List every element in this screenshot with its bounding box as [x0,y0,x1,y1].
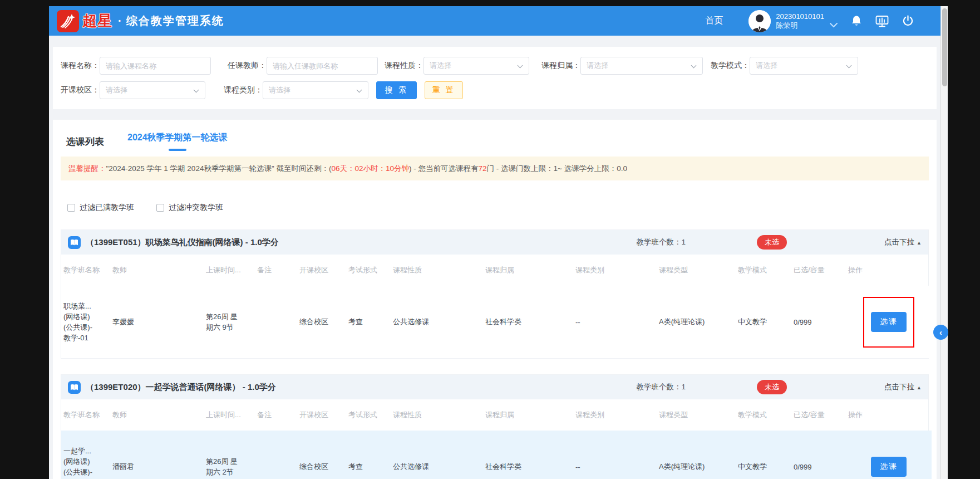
notice-course-count: 72 [479,164,487,173]
course-nature-select[interactable]: 请选择 [423,57,529,75]
filter-course-name: 课程名称： [61,57,211,75]
course-card-1399ET051: （1399ET051）职场菜鸟礼仪指南(网络课) - 1.0学分 教学班个数：1… [61,229,929,359]
course-card-header[interactable]: （1399ET051）职场菜鸟礼仪指南(网络课) - 1.0学分 教学班个数：1… [61,230,928,255]
scrollbar-thumb[interactable] [942,8,947,86]
select-course-button[interactable]: 选课 [871,457,907,477]
book-icon [68,381,81,394]
chevron-down-icon [194,87,199,93]
class-capacity: 0/999 [791,286,846,358]
class-attribution: 社会科学类 [483,431,573,479]
tab-round-1-label: 2024秋季学期第一轮选课 [127,132,228,149]
class-mode: 中文教学 [736,431,791,479]
course-category-value: 请选择 [269,85,290,95]
course-attribution-label: 课程归属： [541,61,580,71]
class-remark [255,286,297,358]
filter-full-label: 过滤已满教学班 [80,203,134,213]
class-campus: 综合校区 [297,286,346,358]
sidebar-collapse-toggle[interactable]: ‹ [933,325,948,340]
user-info[interactable]: 202301010101 陈荣明 [776,12,824,30]
chevron-down-icon[interactable] [830,20,838,30]
teacher-input[interactable] [267,57,378,75]
course-attribution-value: 请选择 [587,61,608,71]
system-title: 综合教学管理系统 [126,13,224,28]
notice-part1: "2024-2025 学年 1 学期 2024秋季学期第一轮选课" 截至时间还剩… [106,164,332,174]
course-attribution-select[interactable]: 请选择 [580,57,703,75]
filter-full-checkbox[interactable] [67,204,75,212]
course-category-select[interactable]: 请选择 [263,81,368,99]
list-title: 选课列表 [66,135,104,148]
class-category: -- [573,286,657,358]
class-teacher: 李媛媛 [110,286,204,358]
course-category-label: 课程类别： [224,85,263,95]
select-course-button[interactable]: 选课 [871,312,907,332]
filter-row-1: 课程名称： 任课教师： 课程性质： 请选择 课程归属： 请选择 [61,57,929,75]
reset-button[interactable]: 重 置 [425,81,463,99]
course-name-label: 课程名称： [61,61,100,71]
course-list-panel: 选课列表 2024秋季学期第一轮选课 温馨提醒： "2024-2025 学年 1… [53,120,937,479]
campus-select[interactable]: 请选择 [100,81,205,99]
notice-part3: 门 - 选课门数上限：1~ 选课学分上限：0.0 [487,164,627,174]
class-row: 职场菜... (网络课) (公共课)- 教学-01 李媛媛 第26周 星 期六 … [61,286,932,358]
chaoxing-logo-icon [57,10,79,32]
teaching-mode-select[interactable]: 请选择 [750,57,858,75]
teaching-mode-value: 请选择 [756,61,777,71]
class-type: A类(纯理论课) [657,431,736,479]
teaching-mode-label: 教学模式： [711,61,750,71]
collapse-toggle[interactable]: 点击下拉▲ [884,382,922,392]
app-header: 超星 · 综合教学管理系统 首页 202301010101 陈荣明 [49,6,940,36]
screen-share-icon[interactable] [875,15,889,27]
status-badge: 未选 [757,235,787,250]
filter-teaching-mode: 教学模式： 请选择 [711,57,858,75]
filter-course-nature: 课程性质： 请选择 [385,57,529,75]
chevron-down-icon [691,63,697,69]
page-scrollbar[interactable] [940,6,948,479]
class-time[interactable]: 第26周 星 期六 2节 [204,431,255,479]
bell-icon[interactable] [851,15,862,27]
chevron-down-icon [518,63,523,69]
logo-brand-text: 超星 [82,11,112,31]
class-name: 一起学... (网络课) (公共课)- 教学-01 [61,431,110,479]
collapse-toggle[interactable]: 点击下拉▲ [884,237,922,247]
class-table: 教学班名称教师 上课时间...备注 开课校区考试形式 课程性质课程归属 课程类别… [61,399,932,479]
user-avatar[interactable] [748,10,771,32]
filter-teacher: 任课教师： [228,57,378,75]
filter-course-category: 课程类别： 请选择 [224,81,368,99]
browser-page: 超星 · 综合教学管理系统 首页 202301010101 陈荣明 [49,0,940,479]
class-campus: 综合校区 [297,431,346,479]
notice-prefix: 温馨提醒： [68,164,106,174]
class-count: 教学班个数：1 [637,382,686,392]
book-icon [68,236,81,249]
notice-banner: 温馨提醒： "2024-2025 学年 1 学期 2024秋季学期第一轮选课" … [61,157,929,180]
class-teacher: 潘丽君 [110,431,204,479]
filter-course-attribution: 课程归属： 请选择 [541,57,703,75]
class-row: 一起学... (网络课) (公共课)- 教学-01 潘丽君 第26周 星 期六 … [61,431,932,479]
class-exam-form: 考查 [346,431,391,479]
tab-active-underline [169,149,186,151]
user-id: 202301010101 [776,12,824,21]
course-name-input[interactable] [100,57,211,75]
power-icon[interactable] [902,15,914,27]
user-name: 陈荣明 [776,21,824,30]
status-badge: 未选 [757,380,787,394]
chevron-down-icon [846,63,852,69]
nav-home-link[interactable]: 首页 [705,15,723,27]
teacher-label: 任课教师： [228,61,267,71]
triangle-up-icon: ▲ [917,240,922,246]
campus-label: 开课校区： [61,85,100,95]
tabs-row: 选课列表 2024秋季学期第一轮选课 [61,128,929,151]
table-header-row: 教学班名称教师 上课时间...备注 开课校区考试形式 课程性质课程归属 课程类别… [61,255,932,286]
tab-round-1[interactable]: 2024秋季学期第一轮选课 [127,132,228,151]
filter-conflict-label: 过滤冲突教学班 [169,203,223,213]
chevron-down-icon [357,87,362,93]
search-button[interactable]: 搜 索 [376,81,417,99]
class-nature: 公共选修课 [391,431,483,479]
notice-part2: ) - 您当前可选课程有 [409,164,479,174]
filter-conflict-checkbox[interactable] [156,204,164,212]
campus-value: 请选择 [106,85,127,95]
course-card-header[interactable]: （1399ET020）一起学说普通话(网络课） - 1.0学分 教学班个数：1 … [61,375,928,399]
filter-row-2: 开课校区： 请选择 课程类别： 请选择 搜 索 重 置 [61,81,929,99]
course-title: （1399ET020）一起学说普通话(网络课） - 1.0学分 [86,382,276,393]
class-time[interactable]: 第26周 星 期六 9节 [204,286,255,358]
class-type: A类(纯理论课) [657,286,736,358]
class-capacity: 0/999 [791,431,846,479]
